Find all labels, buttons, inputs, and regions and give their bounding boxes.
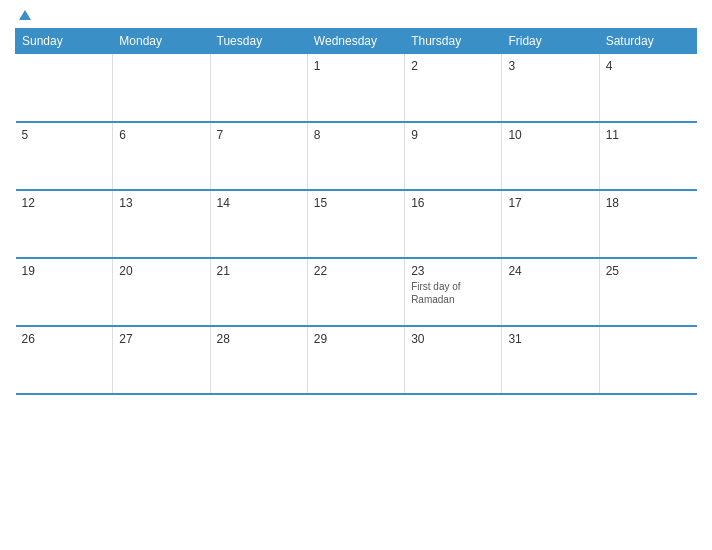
day-number: 28 [217,332,301,346]
calendar-cell: 31 [502,326,599,394]
day-number: 26 [22,332,107,346]
day-of-week-header: Monday [113,29,210,54]
logo-triangle-icon [19,10,31,20]
calendar-cell: 12 [16,190,113,258]
day-of-week-header: Saturday [599,29,696,54]
calendar-week-row: 1920212223First day of Ramadan2425 [16,258,697,326]
calendar-cell [16,54,113,122]
calendar-table: SundayMondayTuesdayWednesdayThursdayFrid… [15,28,697,395]
calendar-cell: 16 [405,190,502,258]
calendar-cell: 20 [113,258,210,326]
calendar-cell: 19 [16,258,113,326]
calendar-cell: 29 [307,326,404,394]
day-of-week-header: Wednesday [307,29,404,54]
day-number: 23 [411,264,495,278]
calendar-cell [210,54,307,122]
day-number: 7 [217,128,301,142]
day-number: 8 [314,128,398,142]
calendar-cell: 21 [210,258,307,326]
calendar-cell: 28 [210,326,307,394]
day-number: 11 [606,128,691,142]
calendar-cell: 30 [405,326,502,394]
calendar-week-row: 567891011 [16,122,697,190]
calendar-cell: 3 [502,54,599,122]
calendar-cell: 24 [502,258,599,326]
days-of-week-row: SundayMondayTuesdayWednesdayThursdayFrid… [16,29,697,54]
day-number: 17 [508,196,592,210]
day-number: 29 [314,332,398,346]
event-label: First day of Ramadan [411,280,495,306]
calendar-cell: 1 [307,54,404,122]
calendar-cell [113,54,210,122]
calendar-cell: 23First day of Ramadan [405,258,502,326]
day-of-week-header: Thursday [405,29,502,54]
calendar-cell: 17 [502,190,599,258]
calendar-cell: 9 [405,122,502,190]
calendar-cell: 27 [113,326,210,394]
calendar-cell: 13 [113,190,210,258]
calendar-cell: 8 [307,122,404,190]
day-number: 21 [217,264,301,278]
day-number: 9 [411,128,495,142]
logo [15,10,31,20]
calendar-cell [599,326,696,394]
day-number: 22 [314,264,398,278]
day-number: 4 [606,59,691,73]
day-number: 3 [508,59,592,73]
day-number: 24 [508,264,592,278]
day-number: 16 [411,196,495,210]
day-of-week-header: Sunday [16,29,113,54]
day-number: 2 [411,59,495,73]
day-of-week-header: Tuesday [210,29,307,54]
calendar-cell: 10 [502,122,599,190]
day-number: 18 [606,196,691,210]
calendar-cell: 22 [307,258,404,326]
calendar-cell: 5 [16,122,113,190]
day-number: 31 [508,332,592,346]
day-number: 27 [119,332,203,346]
calendar-cell: 6 [113,122,210,190]
calendar-cell: 25 [599,258,696,326]
day-of-week-header: Friday [502,29,599,54]
day-number: 25 [606,264,691,278]
day-number: 20 [119,264,203,278]
day-number: 14 [217,196,301,210]
day-number: 6 [119,128,203,142]
day-number: 12 [22,196,107,210]
day-number: 15 [314,196,398,210]
calendar-cell: 26 [16,326,113,394]
calendar-week-row: 12131415161718 [16,190,697,258]
calendar-week-row: 262728293031 [16,326,697,394]
calendar-cell: 2 [405,54,502,122]
day-number: 30 [411,332,495,346]
day-number: 19 [22,264,107,278]
logo-blue-text [15,10,31,20]
calendar-cell: 11 [599,122,696,190]
calendar-body: 1234567891011121314151617181920212223Fir… [16,54,697,394]
day-number: 10 [508,128,592,142]
calendar-cell: 4 [599,54,696,122]
page-header [15,10,697,20]
day-number: 13 [119,196,203,210]
calendar-header: SundayMondayTuesdayWednesdayThursdayFrid… [16,29,697,54]
calendar-cell: 7 [210,122,307,190]
calendar-cell: 18 [599,190,696,258]
calendar-cell: 14 [210,190,307,258]
day-number: 5 [22,128,107,142]
calendar-week-row: 1234 [16,54,697,122]
calendar-page: SundayMondayTuesdayWednesdayThursdayFrid… [0,0,712,550]
day-number: 1 [314,59,398,73]
calendar-cell: 15 [307,190,404,258]
